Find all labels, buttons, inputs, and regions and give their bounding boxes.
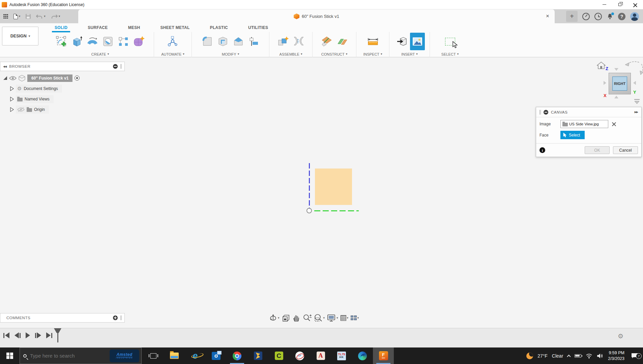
pattern-button[interactable]: [116, 33, 131, 50]
taskbar-clock[interactable]: 9:59 PM 2/3/2023: [608, 350, 624, 361]
construct-plane-button[interactable]: [319, 33, 334, 50]
grid-snap-button[interactable]: ▾: [341, 315, 349, 321]
new-tab-button[interactable]: +: [566, 11, 578, 22]
automate-button[interactable]: [166, 33, 180, 50]
collapsed-arrow-icon[interactable]: [10, 86, 14, 91]
taskbar-search[interactable]: Amsted INDUSTRIES: [20, 347, 142, 364]
tree-root-row[interactable]: 60" Fusion Stick v1: [0, 74, 125, 82]
go-to-start-button[interactable]: [3, 332, 9, 338]
weather-temp[interactable]: 27°F: [537, 353, 548, 359]
activate-component-radio[interactable]: [75, 75, 80, 81]
volume-icon[interactable]: [597, 353, 604, 359]
hole-button[interactable]: [100, 33, 115, 50]
help-button[interactable]: ?: [618, 13, 625, 20]
go-to-end-button[interactable]: [46, 332, 52, 338]
info-icon[interactable]: i: [539, 147, 545, 153]
tab-mesh[interactable]: MESH: [127, 24, 141, 32]
home-view-icon[interactable]: [597, 61, 606, 69]
file-menu-button[interactable]: ▾: [13, 14, 21, 19]
pan-button[interactable]: [292, 314, 300, 322]
dialog-drag-handle[interactable]: [539, 110, 541, 115]
viewcube-menu-icon[interactable]: [633, 98, 641, 104]
tab-surface[interactable]: SURFACE: [87, 24, 108, 32]
timeline-marker[interactable]: [54, 328, 61, 342]
collapsed-arrow-icon[interactable]: [10, 107, 14, 112]
fit-button[interactable]: ▾: [314, 314, 325, 322]
group-assemble-menu[interactable]: ASSEMBLE▾: [269, 51, 312, 57]
clear-image-icon[interactable]: [612, 122, 616, 126]
new-component-button[interactable]: [276, 33, 291, 50]
close-tab-icon[interactable]: ×: [544, 12, 551, 20]
dialog-expand-icon[interactable]: ▶▶: [635, 111, 638, 114]
tree-row-document-settings[interactable]: ⚙ Document Settings: [0, 84, 125, 93]
clock-icon[interactable]: [594, 13, 602, 20]
close-button[interactable]: [627, 0, 643, 9]
weather-moon-icon[interactable]: [526, 353, 533, 359]
display-settings-button[interactable]: ▾: [327, 314, 338, 322]
minimize-panel-icon[interactable]: [113, 64, 118, 69]
tab-plastic[interactable]: PLASTIC: [209, 24, 229, 32]
flag-app-button[interactable]: [247, 347, 268, 364]
insert-derive-button[interactable]: [394, 33, 409, 50]
viewcube-arrow-top[interactable]: [614, 68, 618, 71]
group-modify-menu[interactable]: MODIFY▾: [192, 51, 269, 57]
avatar[interactable]: [630, 12, 639, 21]
autocad-button[interactable]: A: [310, 347, 331, 364]
tree-row-named-views[interactable]: Named Views: [0, 95, 125, 103]
step-forward-button[interactable]: [35, 332, 41, 338]
document-tab[interactable]: 60" Fusion Stick v1 ×: [78, 9, 555, 23]
look-at-button[interactable]: [282, 314, 290, 322]
viewports-button[interactable]: ▾: [351, 315, 359, 320]
image-value-field[interactable]: US Side View.jpg: [560, 120, 608, 128]
face-select-button[interactable]: Select: [560, 131, 585, 139]
split-body-button[interactable]: [246, 33, 261, 50]
dialog-collapse-icon[interactable]: [544, 110, 548, 115]
add-comment-icon[interactable]: [113, 315, 118, 320]
canvas-dialog-header[interactable]: CANVAS ▶▶: [536, 107, 641, 117]
weather-condition[interactable]: Clear: [552, 353, 563, 359]
timeline-settings-gear-icon[interactable]: ⚙: [618, 332, 623, 340]
restore-button[interactable]: [612, 0, 627, 9]
save-button[interactable]: [26, 14, 31, 19]
minimize-button[interactable]: [596, 0, 612, 9]
search-input[interactable]: [30, 353, 94, 359]
panel-drag-handle[interactable]: [120, 64, 122, 69]
select-button[interactable]: [443, 33, 458, 50]
undo-button[interactable]: ▾: [36, 14, 46, 19]
root-component-label[interactable]: 60" Fusion Stick v1: [27, 74, 72, 82]
task-view-button[interactable]: [143, 347, 164, 364]
orbit-button[interactable]: ▾: [269, 314, 280, 322]
viewcube-face[interactable]: RIGHT: [609, 73, 631, 94]
extrude-button[interactable]: [69, 33, 84, 50]
inserted-canvas-image[interactable]: [315, 169, 352, 205]
group-construct-menu[interactable]: CONSTRUCT▾: [313, 51, 356, 57]
camtasia-button[interactable]: C: [268, 347, 289, 364]
workspace-menu-button[interactable]: DESIGN ▾: [2, 27, 38, 46]
zoom-button[interactable]: [303, 314, 312, 322]
fusion-360-button[interactable]: F 360: [373, 347, 394, 364]
play-button[interactable]: [26, 332, 30, 338]
revolve-button[interactable]: [85, 33, 100, 50]
battery-icon[interactable]: [575, 354, 581, 358]
tl75-app-button[interactable]: TL75 HK: [331, 347, 352, 364]
collapse-panel-icon[interactable]: ◀◀: [3, 65, 6, 68]
hidden-icons-chevron[interactable]: [567, 355, 571, 358]
z-axis-line[interactable]: [309, 163, 310, 209]
joint-button[interactable]: [291, 33, 306, 50]
tab-solid[interactable]: SOLID: [54, 24, 68, 32]
y-axis-line[interactable]: [314, 210, 359, 211]
wifi-icon[interactable]: [586, 353, 592, 359]
collapsed-arrow-icon[interactable]: [10, 97, 14, 101]
job-status-icon[interactable]: [582, 13, 590, 20]
edge-button[interactable]: [352, 347, 373, 364]
origin-point[interactable]: [306, 208, 312, 213]
offset-plane-button[interactable]: [335, 33, 350, 50]
tree-row-origin[interactable]: Origin: [0, 105, 125, 114]
group-insert-menu[interactable]: INSERT▾: [389, 51, 430, 57]
browser-header[interactable]: ◀◀ BROWSER: [0, 62, 125, 71]
cancel-button[interactable]: Cancel: [613, 146, 638, 154]
create-sketch-button[interactable]: [54, 33, 69, 50]
tab-sheet-metal[interactable]: SHEET METAL: [160, 24, 191, 32]
viewcube-arrow-right[interactable]: [633, 81, 636, 85]
canvas-button[interactable]: [410, 33, 425, 50]
